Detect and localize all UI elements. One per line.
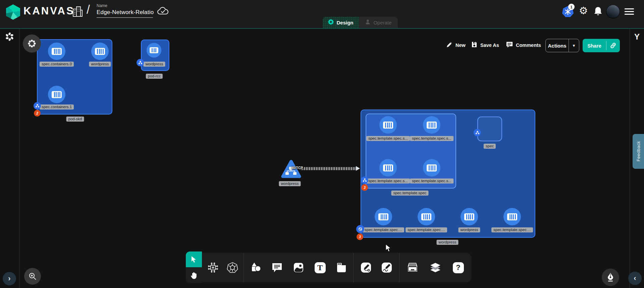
relationship-badge-icon[interactable] bbox=[137, 59, 144, 66]
sketch-tool-button[interactable] bbox=[380, 261, 393, 274]
container-node[interactable] bbox=[147, 43, 161, 58]
avatar[interactable] bbox=[606, 5, 620, 18]
container-node[interactable] bbox=[379, 159, 397, 176]
pen-icon bbox=[360, 262, 372, 274]
container-icon bbox=[383, 164, 393, 171]
comments-button[interactable]: Comments bbox=[506, 41, 541, 49]
layers-icon bbox=[429, 262, 442, 274]
kubernetes-icon bbox=[226, 262, 238, 274]
container-node[interactable] bbox=[503, 208, 521, 225]
container-icon bbox=[52, 91, 62, 98]
node-label: spec.template.spec.... bbox=[491, 227, 533, 232]
sketch-pencil-icon bbox=[381, 262, 393, 274]
save-as-label: Save As bbox=[480, 43, 499, 48]
shapes-icon bbox=[250, 262, 262, 274]
issue-count-badge[interactable]: 2 bbox=[34, 110, 41, 117]
container-icon bbox=[427, 164, 437, 171]
issue-count-badge[interactable]: 3 bbox=[361, 184, 368, 191]
feedback-tab[interactable]: Feedback bbox=[633, 134, 644, 169]
left-rail bbox=[0, 29, 19, 288]
design-flower-icon bbox=[328, 19, 334, 26]
pen-tool-button[interactable] bbox=[360, 261, 372, 274]
comment-icon bbox=[506, 41, 513, 49]
relationship-badge-icon[interactable] bbox=[361, 176, 368, 184]
service-node[interactable] bbox=[281, 159, 301, 180]
node-label: spec.template.spec.s... bbox=[410, 136, 453, 141]
container-node[interactable] bbox=[375, 208, 392, 225]
container-node[interactable] bbox=[48, 86, 65, 103]
floating-flower-button[interactable] bbox=[23, 34, 41, 53]
kubernetes-tool-button[interactable] bbox=[226, 261, 239, 274]
floppy-icon bbox=[471, 41, 478, 49]
tab-design-label: Design bbox=[336, 20, 353, 25]
link-icon[interactable] bbox=[606, 42, 620, 49]
tab-design[interactable]: Design bbox=[323, 17, 359, 28]
edge-arrowhead bbox=[356, 166, 360, 171]
header-accent-line bbox=[0, 28, 644, 29]
cloud-save-icon[interactable] bbox=[157, 7, 169, 16]
pan-tool-button[interactable] bbox=[186, 267, 202, 283]
drawer-icon bbox=[406, 262, 419, 273]
text-icon: T bbox=[315, 262, 326, 273]
pen-nib-button[interactable] bbox=[602, 269, 619, 286]
drawer-tool-button[interactable] bbox=[406, 261, 419, 274]
container-node[interactable] bbox=[423, 116, 440, 134]
container-icon bbox=[464, 213, 474, 220]
share-button[interactable]: Share bbox=[583, 39, 620, 52]
flower-icon bbox=[28, 39, 36, 48]
layers-tool-button[interactable] bbox=[429, 261, 442, 274]
tab-operate[interactable]: Operate bbox=[359, 17, 398, 28]
component-tool-button[interactable] bbox=[207, 261, 219, 274]
collapse-right-panel-button[interactable]: ‹ bbox=[628, 272, 642, 285]
node-spec[interactable] bbox=[477, 117, 502, 141]
feedback-label: Feedback bbox=[636, 141, 641, 161]
select-tool-button[interactable] bbox=[186, 251, 202, 267]
node-label: spec.containers.0 bbox=[40, 62, 74, 67]
expand-left-panel-button[interactable]: › bbox=[3, 272, 16, 285]
zoom-button[interactable] bbox=[24, 268, 41, 285]
shapes-tool-button[interactable] bbox=[249, 261, 262, 274]
pinwheel-icon[interactable] bbox=[5, 32, 14, 43]
tab-operate-label: Operate bbox=[373, 20, 391, 25]
group-label: pod-skd bbox=[66, 117, 84, 122]
text-tool-button[interactable]: T bbox=[314, 261, 326, 274]
new-button[interactable]: New bbox=[446, 41, 466, 49]
design-name-input[interactable]: Edge-Network-Relatio bbox=[97, 9, 154, 16]
actions-button[interactable]: Actions ▼ bbox=[545, 39, 579, 52]
actions-label: Actions bbox=[546, 43, 569, 49]
container-node[interactable] bbox=[379, 116, 397, 134]
node-label: spec.template.spec.... bbox=[363, 227, 404, 232]
notifications-bell-icon[interactable] bbox=[593, 6, 603, 17]
mode-tabs: Design Operate bbox=[323, 17, 398, 28]
image-icon bbox=[292, 262, 305, 273]
branch-icon[interactable]: Y bbox=[633, 32, 641, 42]
magnifier-plus-icon bbox=[28, 272, 37, 281]
help-tool-button[interactable]: ? bbox=[452, 261, 465, 274]
chip-icon bbox=[207, 262, 219, 274]
container-icon bbox=[383, 122, 393, 129]
container-node[interactable] bbox=[91, 43, 109, 60]
hamburger-menu-icon[interactable] bbox=[625, 8, 634, 16]
node-label: wordpress bbox=[458, 227, 480, 232]
relationship-badge-icon[interactable] bbox=[474, 129, 481, 136]
comment-tool-button[interactable] bbox=[271, 261, 283, 274]
container-node[interactable] bbox=[423, 159, 440, 176]
relationship-badge-icon[interactable] bbox=[34, 102, 41, 110]
chevron-down-icon[interactable]: ▼ bbox=[569, 44, 579, 48]
image-tool-button[interactable] bbox=[292, 261, 305, 274]
container-node[interactable] bbox=[48, 43, 65, 60]
note-icon bbox=[335, 262, 347, 273]
node-label: wordpress bbox=[143, 62, 165, 67]
settings-gear-icon[interactable]: ⚙ bbox=[579, 6, 588, 16]
annotation-badge-icon[interactable] bbox=[356, 225, 364, 233]
issue-count-badge[interactable]: 3 bbox=[357, 233, 363, 240]
edge-service-to-deployment[interactable] bbox=[301, 167, 357, 170]
operate-person-icon bbox=[365, 19, 371, 26]
container-node[interactable] bbox=[461, 208, 478, 225]
comment-icon bbox=[271, 262, 283, 273]
container-node[interactable] bbox=[418, 208, 435, 225]
organization-icon[interactable] bbox=[72, 5, 83, 17]
note-tool-button[interactable] bbox=[335, 261, 348, 274]
save-as-button[interactable]: Save As bbox=[471, 41, 499, 49]
pencil-icon bbox=[446, 41, 453, 49]
